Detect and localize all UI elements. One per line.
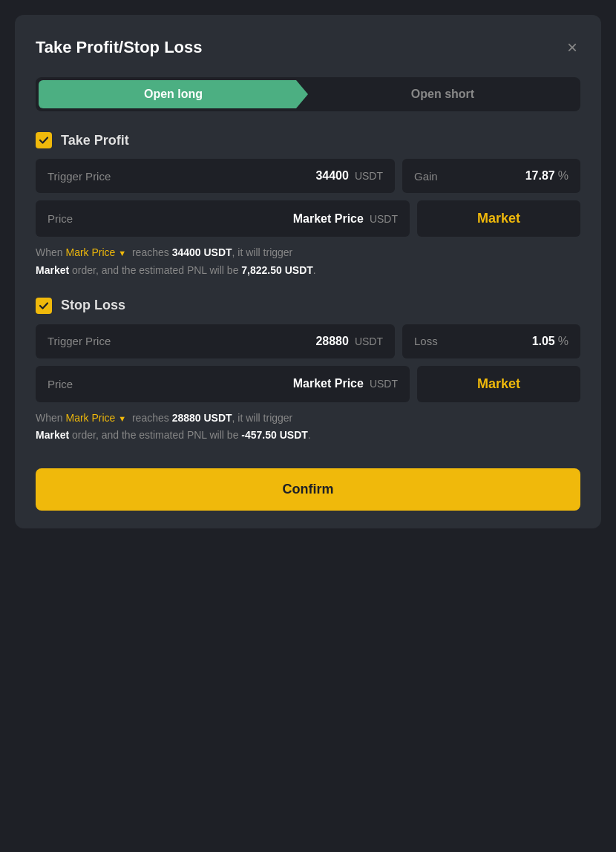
trigger-price-number: 34400 — [315, 169, 349, 183]
take-profit-market-button[interactable]: Market — [417, 200, 580, 237]
sl-trigger-price-unit: USDT — [355, 335, 383, 347]
trigger-price-unit: USDT — [355, 170, 383, 182]
sl-price-label: Price — [47, 378, 73, 390]
tab-open-short[interactable]: Open short — [308, 80, 577, 108]
take-profit-checkbox[interactable] — [36, 132, 52, 148]
sl-trigger-price-number: 28880 — [315, 335, 349, 348]
stop-loss-label: Stop Loss — [61, 298, 125, 313]
confirm-button[interactable]: Confirm — [36, 468, 580, 511]
stop-loss-checkbox[interactable] — [36, 298, 52, 314]
loss-unit: % — [558, 335, 569, 348]
take-profit-header: Take Profit — [36, 132, 580, 148]
tab-switcher: Open long Open short — [36, 77, 580, 111]
take-profit-price-row: Price Market Price USDT Market — [36, 200, 580, 237]
take-profit-trigger-field[interactable]: Trigger Price 34400 USDT — [36, 159, 395, 193]
take-profit-description: When Mark Price ▼ reaches 34400 USDT, it… — [36, 244, 580, 280]
sl-price-unit: USDT — [370, 378, 398, 390]
price-label: Price — [47, 212, 73, 225]
stop-loss-description: When Mark Price ▼ reaches 28880 USDT, it… — [36, 410, 580, 445]
take-profit-label: Take Profit — [61, 133, 129, 148]
mark-price-link-tp[interactable]: Mark Price ▼ — [65, 246, 126, 258]
stop-loss-price-row: Price Market Price USDT Market — [36, 366, 580, 402]
stop-loss-loss-field[interactable]: Loss 1.05 % — [402, 324, 580, 358]
take-profit-section: Take Profit Trigger Price 34400 USDT Gai… — [36, 132, 580, 280]
gain-label: Gain — [414, 170, 438, 183]
sl-price-value-group: Market Price USDT — [293, 377, 398, 390]
take-profit-price-field[interactable]: Price Market Price USDT — [36, 200, 410, 237]
market-label: Market — [477, 211, 520, 226]
stop-loss-price-field[interactable]: Price Market Price USDT — [36, 366, 410, 402]
stop-loss-trigger-field[interactable]: Trigger Price 28880 USDT — [36, 324, 395, 358]
modal-title: Take Profit/Stop Loss — [36, 38, 203, 57]
modal-container: Take Profit/Stop Loss × Open long Open s… — [15, 15, 601, 528]
take-profit-gain-field[interactable]: Gain 17.87 % — [402, 159, 580, 193]
trigger-price-label: Trigger Price — [47, 170, 111, 183]
loss-number: 1.05 — [532, 335, 555, 348]
take-profit-trigger-row: Trigger Price 34400 USDT Gain 17.87 % — [36, 159, 580, 193]
price-value: Market Price — [293, 212, 364, 226]
trigger-price-value-group: 34400 USDT — [315, 169, 383, 183]
price-unit: USDT — [370, 213, 398, 225]
tab-open-long[interactable]: Open long — [39, 80, 308, 108]
sl-price-value: Market Price — [293, 377, 364, 390]
sl-trigger-price-label: Trigger Price — [47, 335, 111, 347]
loss-label: Loss — [414, 335, 438, 347]
mark-price-link-sl[interactable]: Mark Price ▼ — [65, 412, 126, 424]
stop-loss-market-button[interactable]: Market — [417, 366, 580, 402]
close-button[interactable]: × — [564, 36, 580, 59]
gain-number: 17.87 — [525, 169, 555, 183]
gain-unit: % — [558, 169, 569, 183]
sl-trigger-price-value-group: 28880 USDT — [315, 335, 383, 348]
price-value-group: Market Price USDT — [293, 212, 398, 226]
sl-market-label: Market — [477, 376, 520, 392]
modal-header: Take Profit/Stop Loss × — [36, 36, 580, 59]
stop-loss-trigger-row: Trigger Price 28880 USDT Loss 1.05 % — [36, 324, 580, 358]
gain-value-group: 17.87 % — [525, 169, 569, 183]
stop-loss-section: Stop Loss Trigger Price 28880 USDT Loss … — [36, 298, 580, 445]
stop-loss-header: Stop Loss — [36, 298, 580, 314]
loss-value-group: 1.05 % — [532, 335, 569, 348]
